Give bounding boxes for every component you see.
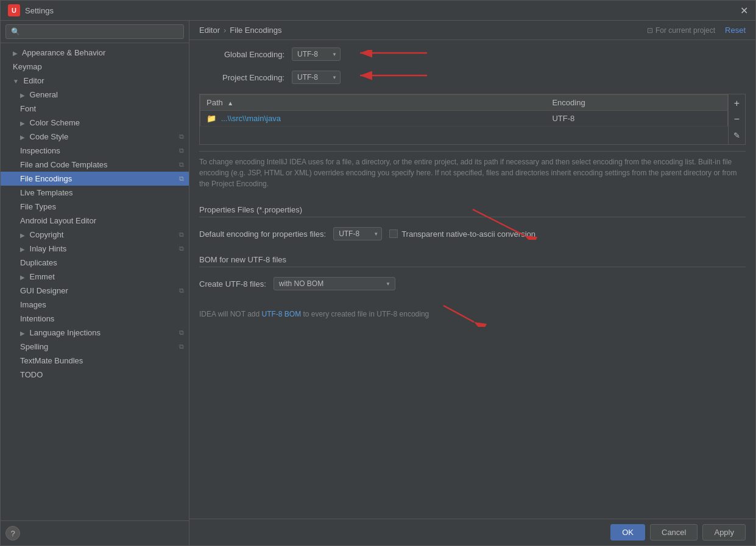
expand-arrow: ▶ xyxy=(20,134,25,141)
sidebar-item-label: Intentions xyxy=(20,314,54,323)
global-encoding-label: Global Encoding: xyxy=(199,50,284,59)
cancel-button[interactable]: Cancel xyxy=(650,524,698,541)
sort-arrow: ▲ xyxy=(227,100,233,107)
sidebar-item-file-encodings[interactable]: File Encodings ⧉ xyxy=(1,172,189,186)
edit-row-button[interactable]: ✎ xyxy=(730,128,744,142)
copy-icon: ⧉ xyxy=(179,231,184,239)
apply-button[interactable]: Apply xyxy=(702,524,746,541)
utf8-bom-link[interactable]: UTF-8 BOM xyxy=(261,310,301,318)
sidebar-item-appearance[interactable]: ▶ Appearance & Behavior xyxy=(1,46,189,60)
copy-icon: ⧉ xyxy=(179,161,184,169)
sidebar-item-language-injections[interactable]: ▶ Language Injections ⧉ xyxy=(1,326,189,340)
expand-arrow: ▶ xyxy=(20,232,25,239)
sidebar-item-emmet[interactable]: ▶ Emmet xyxy=(1,270,189,284)
sidebar-item-inspections[interactable]: Inspections ⧉ xyxy=(1,144,189,158)
app-icon: U xyxy=(8,4,20,16)
content-area: Editor › File Encodings ⊡ For current pr… xyxy=(189,21,755,545)
sidebar-item-todo[interactable]: TODO xyxy=(1,368,189,382)
default-encoding-row: Default encoding for properties files: U… xyxy=(199,227,746,240)
table-row[interactable]: 📁 ...\\src\\main\java UTF-8 xyxy=(200,111,728,127)
sidebar-item-editor[interactable]: ▼ Editor xyxy=(1,74,189,88)
sidebar-item-spelling[interactable]: Spelling ⧉ xyxy=(1,340,189,354)
sidebar-item-label: Live Templates xyxy=(20,188,72,197)
expand-arrow: ▶ xyxy=(20,92,25,99)
help-button[interactable]: ? xyxy=(5,526,20,541)
sidebar-item-label: ▶ Code Style xyxy=(20,132,68,141)
nav-tree: ▶ Appearance & Behavior Keymap ▼ Editor xyxy=(1,43,189,520)
expand-arrow: ▶ xyxy=(20,120,25,127)
sidebar-bottom: ? xyxy=(1,520,189,545)
title-bar: U Settings ✕ xyxy=(1,1,755,21)
sidebar-item-label: TODO xyxy=(20,370,43,379)
encoding-table-container: Path ▲ Encoding 📁 ... xyxy=(199,94,746,145)
idea-note-plain: IDEA will NOT add xyxy=(199,310,261,318)
sidebar-item-copyright[interactable]: ▶ Copyright ⧉ xyxy=(1,228,189,242)
content-header: Editor › File Encodings ⊡ For current pr… xyxy=(189,21,755,40)
sidebar-item-keymap[interactable]: Keymap xyxy=(1,60,189,74)
sidebar-item-general[interactable]: ▶ General xyxy=(1,88,189,102)
sidebar-item-label: ▶ Appearance & Behavior xyxy=(13,48,105,57)
copy-icon: ⧉ xyxy=(179,329,184,337)
expand-arrow: ▶ xyxy=(13,50,18,57)
sidebar-item-file-code-templates[interactable]: File and Code Templates ⧉ xyxy=(1,158,189,172)
table-sidebar: + − ✎ xyxy=(728,94,745,144)
project-icon: ⊡ xyxy=(647,26,653,35)
transparent-checkbox[interactable] xyxy=(389,229,398,238)
encoding-column-header: Encoding xyxy=(546,95,727,111)
breadcrumb-current: File Encodings xyxy=(230,26,281,35)
default-encoding-select-wrapper: UTF-8 xyxy=(333,227,382,240)
remove-row-button[interactable]: − xyxy=(730,113,744,126)
sidebar-item-label: Images xyxy=(20,300,46,309)
sidebar-item-label: ▶ Inlay Hints xyxy=(20,244,66,253)
idea-note: IDEA will NOT add UTF-8 BOM to every cre… xyxy=(199,303,746,327)
sidebar-item-code-style[interactable]: ▶ Code Style ⧉ xyxy=(1,130,189,144)
breadcrumb-arrow: › xyxy=(224,26,226,35)
bom-section-title: BOM for new UTF-8 files xyxy=(199,255,746,267)
global-encoding-select[interactable]: UTF-8 xyxy=(292,47,341,61)
sidebar-item-label: ▼ Editor xyxy=(13,76,44,85)
bom-select-wrapper: with NO BOM with BOM xyxy=(274,277,395,290)
sidebar-item-font[interactable]: Font xyxy=(1,102,189,116)
sidebar-item-label: ▶ Color Scheme xyxy=(20,118,80,127)
sidebar-item-images[interactable]: Images xyxy=(1,298,189,312)
sidebar-item-color-scheme[interactable]: ▶ Color Scheme xyxy=(1,116,189,130)
sidebar-item-label: GUI Designer xyxy=(20,286,68,295)
add-row-button[interactable]: + xyxy=(730,97,744,110)
hint-text-content: To change encoding IntelliJ IDEA uses fo… xyxy=(199,158,737,188)
sidebar-item-label: Duplicates xyxy=(20,258,57,267)
path-cell: 📁 ...\\src\\main\java xyxy=(200,111,546,127)
path-value: ...\\src\\main\java xyxy=(221,114,281,123)
default-encoding-label: Default encoding for properties files: xyxy=(199,229,326,239)
path-column-header: Path ▲ xyxy=(200,95,546,111)
sidebar-item-file-types[interactable]: File Types xyxy=(1,200,189,214)
sidebar-item-label: Font xyxy=(20,104,36,113)
expand-arrow: ▼ xyxy=(13,78,19,85)
global-encoding-row: Global Encoding: UTF-8 xyxy=(199,47,746,61)
default-encoding-select[interactable]: UTF-8 xyxy=(333,227,382,240)
copy-icon: ⧉ xyxy=(179,287,184,295)
sidebar-item-inlay-hints[interactable]: ▶ Inlay Hints ⧉ xyxy=(1,242,189,256)
project-encoding-row: Project Encoding: UTF-8 xyxy=(199,71,746,84)
project-label: ⊡ For current project xyxy=(647,26,715,35)
sidebar-item-gui-designer[interactable]: GUI Designer ⧉ xyxy=(1,284,189,298)
table-wrapper: Path ▲ Encoding 📁 ... xyxy=(200,94,728,144)
project-encoding-select[interactable]: UTF-8 xyxy=(292,71,341,84)
close-button[interactable]: ✕ xyxy=(740,5,748,16)
svg-line-5 xyxy=(473,209,525,236)
copy-icon: ⧉ xyxy=(179,175,184,183)
bom-create-row: Create UTF-8 files: with NO BOM with BOM xyxy=(199,277,746,290)
path-encoding-table: Path ▲ Encoding 📁 ... xyxy=(200,94,728,127)
sidebar-item-duplicates[interactable]: Duplicates xyxy=(1,256,189,270)
sidebar-item-android-layout[interactable]: Android Layout Editor xyxy=(1,214,189,228)
sidebar-item-live-templates[interactable]: Live Templates xyxy=(1,186,189,200)
reset-link[interactable]: Reset xyxy=(725,26,746,35)
ok-button[interactable]: OK xyxy=(610,524,645,541)
title-bar-left: U Settings xyxy=(8,4,54,16)
svg-line-7 xyxy=(443,306,474,322)
bom-select[interactable]: with NO BOM with BOM xyxy=(274,277,395,290)
sidebar-item-textmate[interactable]: TextMate Bundles xyxy=(1,354,189,368)
copy-icon: ⧉ xyxy=(179,343,184,351)
sidebar-item-intentions[interactable]: Intentions xyxy=(1,312,189,326)
project-label-text: For current project xyxy=(655,26,715,35)
search-input[interactable] xyxy=(5,24,184,39)
